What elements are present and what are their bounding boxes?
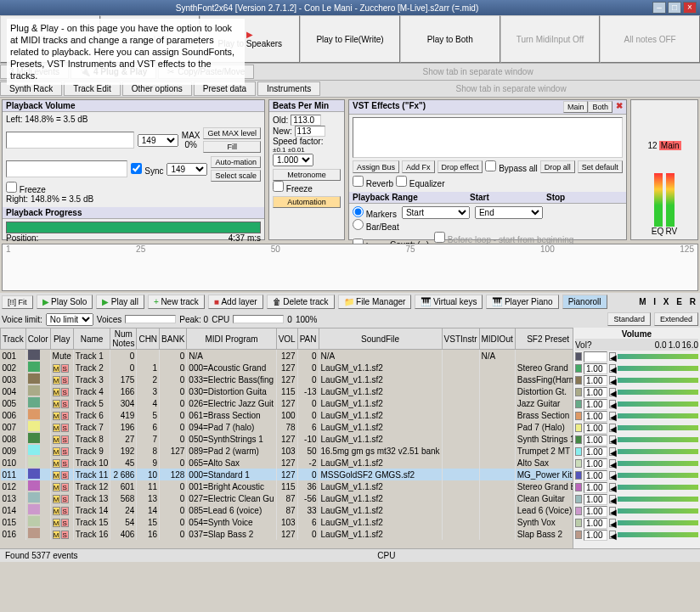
mixer-row[interactable]: ◀	[575, 493, 698, 505]
metronome-button[interactable]: Metronome	[273, 169, 341, 181]
mixer-row[interactable]: ◀	[575, 458, 698, 469]
col-header[interactable]: MIDI Program	[187, 328, 276, 350]
table-row[interactable]: 016MSTrack 16406160037=Slap Bass 21270La…	[1, 528, 573, 540]
turn-midi-input-off-button[interactable]: Turn MidiInput Off	[500, 15, 601, 63]
table-row[interactable]: 012MSTrack 12601110001=Bright Acoustic11…	[1, 480, 573, 492]
bpm-freeze-checkbox[interactable]: Freeze	[273, 184, 313, 194]
progress-bar[interactable]	[6, 222, 261, 233]
mixer-standard-tab[interactable]: Standard	[607, 312, 651, 326]
delete-track-button[interactable]: 🗑 Delete track	[267, 295, 335, 309]
col-header[interactable]: Num Notes	[110, 328, 137, 350]
mixer-toggle-icon[interactable]: ◀	[609, 531, 616, 539]
table-row[interactable]: 011MSTrack 112 68610128000=Standard 1127…	[1, 469, 573, 480]
player-piano-button[interactable]: 🎹 Player Piano	[486, 295, 558, 309]
mixer-toggle-icon[interactable]: ◀	[609, 376, 616, 385]
show-tab-separate-2[interactable]: Show tab in separate window	[322, 84, 700, 93]
mixer-volume-input[interactable]	[584, 506, 607, 517]
drop-effect-button[interactable]: Drop effect	[438, 160, 483, 173]
mixer-row[interactable]: ◀	[575, 410, 698, 422]
table-row[interactable]: 007MSTrack 719660094=Pad 7 (halo)786LauG…	[1, 421, 573, 433]
table-row[interactable]: 013MSTrack 13568130027=Electric Clean Gu…	[1, 492, 573, 504]
virtual-keys-button[interactable]: 🎹 Virtual keys	[415, 295, 483, 309]
table-row[interactable]: 001MuteTrack 100N/A1270N/AN/AXMainSTD	[1, 350, 573, 362]
mixer-volume-input[interactable]	[584, 399, 607, 410]
table-row[interactable]: 010MSTrack 104590065=Alto Sax127-2LauGM_…	[1, 457, 573, 469]
mixer-toggle-icon[interactable]: ◀	[609, 495, 616, 503]
new-track-button[interactable]: + New track	[148, 295, 205, 309]
mixer-row[interactable]: ◀	[575, 469, 698, 481]
col-header[interactable]: Name	[73, 328, 110, 350]
mixer-extended-tab[interactable]: Extended	[654, 312, 698, 326]
tracks-grid[interactable]: TrackColorPlayNameNum NotesCHNBANKMIDI P…	[0, 328, 573, 548]
timeline-overview[interactable]: 1255075100125	[2, 244, 698, 291]
speed-factor-select[interactable]: 1.000	[273, 154, 313, 166]
tab-instruments[interactable]: Instruments	[257, 81, 320, 96]
mixer-volume-input[interactable]	[584, 530, 607, 541]
pianoroll-button[interactable]: Pianoroll	[562, 295, 607, 309]
col-header[interactable]: CHN	[137, 328, 160, 350]
col-header[interactable]: PAN	[297, 328, 319, 350]
show-tab-separate-1[interactable]: Show tab in separate window	[256, 67, 700, 76]
bpm-automation-button[interactable]: Automation	[273, 196, 341, 208]
col-header[interactable]: Play	[50, 328, 73, 350]
mixer-toggle-icon[interactable]: ◀	[609, 507, 616, 515]
select-scale-button[interactable]: Select scale	[211, 170, 261, 182]
col-header[interactable]: Track	[1, 328, 26, 350]
right-volume-slider[interactable]	[6, 160, 127, 177]
mixer-toggle-icon[interactable]: ◀	[609, 519, 616, 527]
automation-button[interactable]: Auto-mation	[211, 156, 261, 168]
mixer-volume-input[interactable]	[584, 446, 607, 458]
mixer-volume-input[interactable]	[584, 351, 607, 362]
mixer-volume-input[interactable]	[584, 363, 607, 374]
mixer-toggle-icon[interactable]: ◀	[609, 471, 616, 480]
mixer-volume-input[interactable]	[584, 411, 607, 422]
mixer-toggle-icon[interactable]: ◀	[609, 483, 616, 491]
table-row[interactable]: 009MSTrack 91928127089=Pad 2 (warm)10350…	[1, 445, 573, 457]
left-volume-slider[interactable]	[6, 132, 134, 149]
mixer-volume-input[interactable]	[584, 494, 607, 505]
mixer-volume-input[interactable]	[584, 482, 607, 493]
mixer-row[interactable]: ◀	[575, 386, 698, 398]
mixer-volume-input[interactable]	[584, 375, 607, 386]
fill-button[interactable]: Fill	[203, 141, 261, 153]
mixer-toggle-icon[interactable]: ◀	[609, 400, 616, 408]
mixer-volume-input[interactable]	[584, 458, 607, 469]
col-header[interactable]: VSTInstr	[442, 328, 479, 350]
barbeat-radio[interactable]: Bar/Beat	[353, 222, 399, 232]
bpm-new-input[interactable]	[295, 126, 325, 137]
mixer-row[interactable]: ◀	[575, 362, 698, 374]
mixer-row[interactable]: ◀	[575, 505, 698, 517]
col-header[interactable]: SF2 Preset	[515, 328, 573, 350]
minimize-button[interactable]: –	[652, 2, 666, 14]
mixer-volume-input[interactable]	[584, 518, 607, 529]
volume-value-select-r[interactable]: 149	[167, 163, 207, 176]
col-header[interactable]: MIDIOut	[479, 328, 515, 350]
mixer-row[interactable]: ◀	[575, 481, 698, 493]
mixer-toggle-icon[interactable]: ◀	[609, 459, 616, 468]
play-to-both-button[interactable]: Play to Both	[400, 15, 500, 63]
get-max-level-button[interactable]: Get MAX level	[203, 127, 261, 139]
mixer-row[interactable]: ◀	[575, 517, 698, 529]
vst-both-tab[interactable]: Both	[588, 101, 612, 113]
markers-radio[interactable]: Markers	[353, 206, 397, 219]
file-manager-button[interactable]: 📁 File Manager	[338, 295, 412, 309]
voice-limit-select[interactable]: No limit	[46, 313, 93, 326]
reverb-checkbox[interactable]: Reverb	[353, 176, 393, 188]
mixer-volume-input[interactable]	[584, 470, 607, 481]
table-row[interactable]: 015MSTrack 1554150054=Synth Voice1036Lau…	[1, 516, 573, 528]
close-button[interactable]: ×	[683, 2, 697, 14]
start-marker-select[interactable]: Start	[402, 206, 470, 219]
fit-button[interactable]: [!!] Fit	[2, 295, 33, 309]
close-vst-icon[interactable]: ✖	[616, 101, 623, 113]
mixer-row[interactable]: ◀	[575, 398, 698, 410]
mixer-toggle-icon[interactable]: ◀	[609, 388, 616, 396]
mixer-toggle-icon[interactable]: ◀	[609, 447, 616, 456]
add-fx-button[interactable]: Add Fx	[402, 160, 435, 173]
freeze-checkbox[interactable]: Freeze	[6, 185, 46, 194]
play-all-button[interactable]: ▶ Play all	[96, 295, 144, 309]
maximize-button[interactable]: □	[668, 2, 681, 14]
table-row[interactable]: 005MSTrack 530440026=Electric Jazz Guit1…	[1, 397, 573, 409]
mixer-row[interactable]: ◀	[575, 374, 698, 386]
drop-all-button[interactable]: Drop all	[540, 160, 575, 173]
mixer-row[interactable]: ◀	[575, 422, 698, 434]
